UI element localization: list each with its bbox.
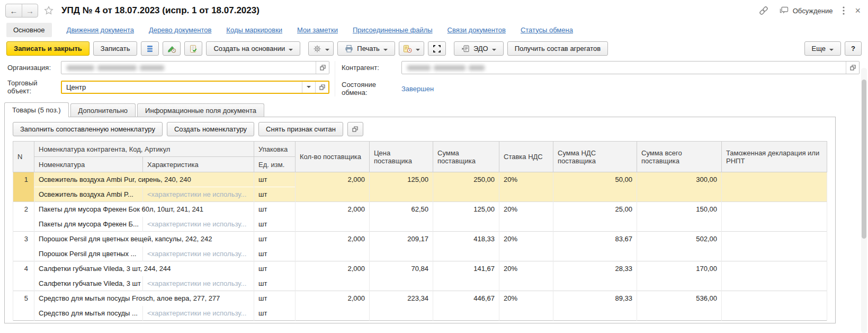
customs-cell[interactable]: [722, 261, 827, 291]
save-close-button[interactable]: Записать и закрыть: [6, 41, 90, 56]
qty-cell[interactable]: 2,000: [296, 202, 370, 232]
vat-sum-cell[interactable]: 83,67: [553, 232, 637, 261]
vat-sum-cell[interactable]: 25,00: [553, 202, 637, 232]
exchange-state-link[interactable]: Завершен: [401, 85, 434, 93]
chevron-down-icon[interactable]: [302, 82, 315, 93]
kebab-menu-icon[interactable]: [842, 6, 845, 15]
unit-cell[interactable]: шт: [254, 247, 296, 261]
edo-button[interactable]: ЭДО: [454, 41, 504, 56]
supplier-item-cell[interactable]: Пакеты для мусора Фрекен Бок 60л, 10шт, …: [34, 202, 254, 217]
supplier-item-cell[interactable]: Средство для мытья посуды Frosch, алое в…: [34, 291, 254, 306]
clear-scanned-flag-button[interactable]: Снять признак считан: [258, 122, 343, 136]
scrollbar-thumb[interactable]: [862, 80, 866, 239]
total-cell[interactable]: 170,00: [637, 261, 722, 291]
vat-rate-cell[interactable]: 20%: [499, 291, 553, 321]
qty-cell[interactable]: 2,000: [296, 172, 370, 202]
qty-cell[interactable]: 2,000: [296, 261, 370, 291]
sum-cell[interactable]: 125,00: [433, 202, 499, 232]
price-cell[interactable]: 209,17: [370, 232, 433, 261]
sum-cell[interactable]: 418,33: [433, 232, 499, 261]
supplier-item-cell[interactable]: Порошок Persil для цветных вещей, капсул…: [34, 232, 254, 247]
print-button[interactable]: Печать: [337, 41, 395, 56]
unit-cell[interactable]: шт: [254, 217, 296, 232]
unit-cell[interactable]: шт: [254, 187, 296, 202]
post-document-button[interactable]: [163, 41, 181, 56]
customs-cell[interactable]: [722, 172, 827, 202]
characteristic-cell[interactable]: <характеристики не использу...: [143, 217, 254, 232]
nav-link-exchange-statuses[interactable]: Статусы обмена: [521, 26, 573, 34]
nomenclature-cell[interactable]: Салфетки губчатые Vileda, 3 шт: [34, 276, 143, 291]
vat-rate-cell[interactable]: 20%: [499, 232, 553, 261]
price-cell[interactable]: 223,34: [370, 291, 433, 321]
packaging-cell[interactable]: шт: [254, 232, 296, 247]
customs-cell[interactable]: [722, 291, 827, 321]
vertical-scrollbar[interactable]: [861, 68, 867, 333]
vat-sum-cell[interactable]: 28,33: [553, 261, 637, 291]
nav-item-main[interactable]: Основное: [6, 23, 52, 37]
total-cell[interactable]: 300,00: [637, 172, 722, 202]
price-cell[interactable]: 70,84: [370, 261, 433, 291]
get-aggregates-button[interactable]: Получить состав агрегатов: [507, 41, 608, 56]
organization-field[interactable]: [61, 61, 329, 74]
sum-cell[interactable]: 250,00: [433, 172, 499, 202]
total-cell[interactable]: 536,00: [637, 291, 722, 321]
nav-link-doc-tree[interactable]: Дерево документов: [149, 26, 211, 34]
tab-info-fields[interactable]: Информационные поля документа: [137, 103, 264, 117]
supplier-item-cell[interactable]: Салфетки губчатые Vileda, 3 шт, 244, 244: [34, 261, 254, 276]
table-row[interactable]: 5 Средство для мытья посуды Frosch, алое…: [13, 291, 827, 306]
nav-link-movements[interactable]: Движения документа: [67, 26, 134, 34]
nomenclature-cell[interactable]: Освежитель воздуха Ambi P...: [34, 187, 143, 202]
tab-goods[interactable]: Товары (5 поз.): [4, 102, 69, 117]
open-value-button[interactable]: [347, 122, 363, 136]
check-document-button[interactable]: [184, 41, 202, 56]
forward-button[interactable]: →: [22, 4, 38, 17]
row-number-cell[interactable]: 3: [13, 232, 34, 261]
help-button[interactable]: ?: [845, 41, 862, 56]
customs-cell[interactable]: [722, 202, 827, 232]
row-number-cell[interactable]: 2: [13, 202, 34, 232]
tab-additional[interactable]: Дополнительно: [70, 103, 136, 117]
customs-cell[interactable]: [722, 232, 827, 261]
postings-button[interactable]: [141, 41, 159, 56]
characteristic-cell[interactable]: <характеристики не использу...: [143, 247, 254, 261]
packaging-cell[interactable]: шт: [254, 261, 296, 276]
fill-mapped-nomenclature-button[interactable]: Заполнить сопоставленную номенклатуру: [13, 122, 163, 136]
sum-cell[interactable]: 446,67: [433, 291, 499, 321]
open-value-icon[interactable]: [846, 62, 859, 74]
price-cell[interactable]: 125,00: [370, 172, 433, 202]
row-number-cell[interactable]: 4: [13, 261, 34, 291]
table-row[interactable]: 4 Салфетки губчатые Vileda, 3 шт, 244, 2…: [13, 261, 827, 276]
table-row[interactable]: 1 Освежитель воздуха Ambi Pur, сирень, 2…: [13, 172, 827, 187]
vat-rate-cell[interactable]: 20%: [499, 202, 553, 232]
characteristic-cell[interactable]: <характеристики не использу...: [143, 276, 254, 291]
settings-menu-button[interactable]: [308, 41, 334, 56]
table-row[interactable]: 3 Порошок Persil для цветных вещей, капс…: [13, 232, 827, 247]
total-cell[interactable]: 502,00: [637, 232, 722, 261]
nomenclature-cell[interactable]: Средство для мытья посуды ...: [34, 306, 143, 321]
unit-cell[interactable]: шт: [254, 306, 296, 321]
open-value-icon[interactable]: [316, 62, 329, 74]
save-button[interactable]: Записать: [93, 41, 138, 56]
characteristic-cell[interactable]: <характеристики не использу...: [143, 187, 254, 202]
close-icon[interactable]: ×: [855, 6, 861, 15]
table-row[interactable]: 2 Пакеты для мусора Фрекен Бок 60л, 10шт…: [13, 202, 827, 217]
counterparty-field[interactable]: [401, 61, 860, 74]
supplier-item-cell[interactable]: Освежитель воздуха Ambi Pur, сирень, 240…: [34, 172, 254, 187]
vat-rate-cell[interactable]: 20%: [499, 172, 553, 202]
qty-cell[interactable]: 2,000: [296, 232, 370, 261]
create-nomenclature-button[interactable]: Создать номенклатуру: [167, 122, 254, 136]
back-button[interactable]: ←: [6, 4, 22, 17]
vat-sum-cell[interactable]: 50,00: [553, 172, 637, 202]
document-history-button[interactable]: [399, 41, 424, 56]
nav-link-my-notes[interactable]: Мои заметки: [297, 26, 338, 34]
nomenclature-cell[interactable]: Пакеты для мусора Фрекен Б...: [34, 217, 143, 232]
chain-link-icon[interactable]: [758, 5, 769, 16]
vat-rate-cell[interactable]: 20%: [499, 261, 553, 291]
price-cell[interactable]: 62,50: [370, 202, 433, 232]
qty-cell[interactable]: 2,000: [296, 291, 370, 321]
row-number-cell[interactable]: 5: [13, 291, 34, 321]
nav-link-marking-codes[interactable]: Коды маркировки: [226, 26, 282, 34]
nav-link-attached-files[interactable]: Присоединенные файлы: [353, 26, 433, 34]
create-based-on-button[interactable]: Создать на основании: [206, 41, 300, 56]
vat-sum-cell[interactable]: 89,33: [553, 291, 637, 321]
